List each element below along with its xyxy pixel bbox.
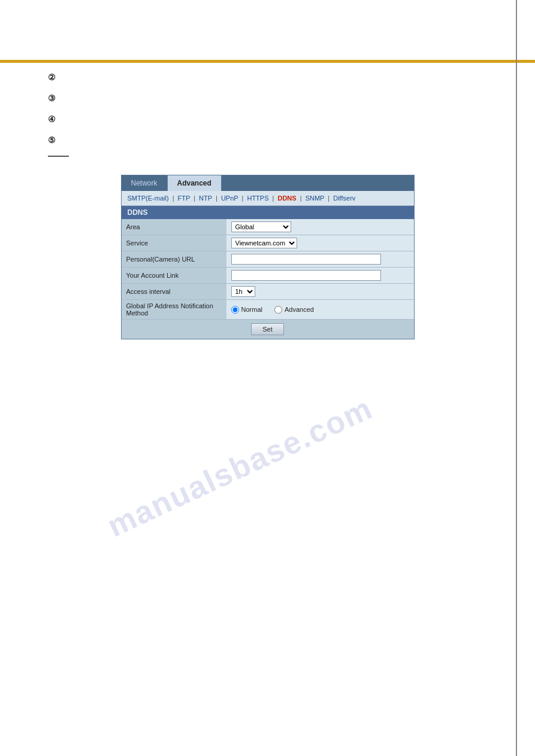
ddns-section-header: DDNS [122,206,414,219]
select-service[interactable]: Viewnetcam.com [231,238,297,248]
value-service[interactable]: Viewnetcam.com [226,235,414,251]
radio-advanced[interactable] [274,306,282,314]
section-5: ⑤ [48,135,487,145]
row-service: Service Viewnetcam.com [122,235,414,251]
section-3: ③ [48,93,487,103]
set-button[interactable]: Set [251,323,284,335]
access-interval-cell: 1h [231,286,409,297]
label-service: Service [122,235,226,251]
gold-bar [0,60,535,63]
tab-bar: Network Advanced [122,175,414,191]
tab-advanced[interactable]: Advanced [168,175,222,191]
nav-smtp[interactable]: SMTP(E-mail) [128,195,169,202]
select-access-interval[interactable]: 1h [231,286,255,297]
nav-diffserv[interactable]: Diffserv [333,195,355,202]
row-account-link: Your Account Link [122,268,414,284]
radio-normal-text: Normal [241,306,262,313]
label-personal-url: Personal(Camera) URL [122,251,226,268]
watermark: manualsbase.com [102,390,378,544]
row-area: Area Global [122,219,414,235]
radio-advanced-text: Advanced [285,306,314,313]
row-notification-method: Global IP Address Notification Method No… [122,300,414,320]
section-num-2: ② [48,72,66,82]
radio-group-notification: Normal Advanced [231,306,409,314]
label-area: Area [122,219,226,235]
set-button-row: Set [122,320,414,339]
radio-advanced-label[interactable]: Advanced [274,306,314,314]
input-personal-url[interactable] [231,254,381,265]
nav-ddns[interactable]: DDNS [277,195,296,202]
tab-network[interactable]: Network [122,175,168,191]
label-notification-method: Global IP Address Notification Method [122,300,226,320]
ddns-form-table: Area Global Service Viewnetcam.com [122,219,414,320]
value-area[interactable]: Global [226,219,414,235]
ui-panel-wrapper: Network Advanced SMTP(E-mail) | FTP | NT… [121,175,415,339]
nav-links: SMTP(E-mail) | FTP | NTP | UPnP | HTTPS … [122,191,414,206]
nav-upnp[interactable]: UPnP [221,195,238,202]
value-personal-url[interactable] [226,251,414,268]
row-personal-url: Personal(Camera) URL [122,251,414,268]
value-notification-method: Normal Advanced [226,300,414,320]
section-divider [48,156,69,157]
nav-https[interactable]: HTTPS [247,195,268,202]
input-account-link[interactable] [231,270,381,281]
value-access-interval[interactable]: 1h [226,284,414,300]
section-4: ④ [48,114,487,124]
radio-normal[interactable] [231,306,239,314]
radio-normal-label[interactable]: Normal [231,306,262,314]
section-num-3: ③ [48,93,66,103]
nav-snmp[interactable]: SNMP [306,195,325,202]
nav-ntp[interactable]: NTP [199,195,212,202]
nav-ftp[interactable]: FTP [178,195,191,202]
section-num-4: ④ [48,114,66,124]
section-2: ② [48,72,487,82]
ui-panel: Network Advanced SMTP(E-mail) | FTP | NT… [121,175,415,339]
section-num-5: ⑤ [48,135,66,145]
label-account-link: Your Account Link [122,268,226,284]
label-access-interval: Access interval [122,284,226,300]
select-area[interactable]: Global [231,221,291,232]
value-account-link[interactable] [226,268,414,284]
row-access-interval: Access interval 1h [122,284,414,300]
page-right-line [516,0,517,756]
